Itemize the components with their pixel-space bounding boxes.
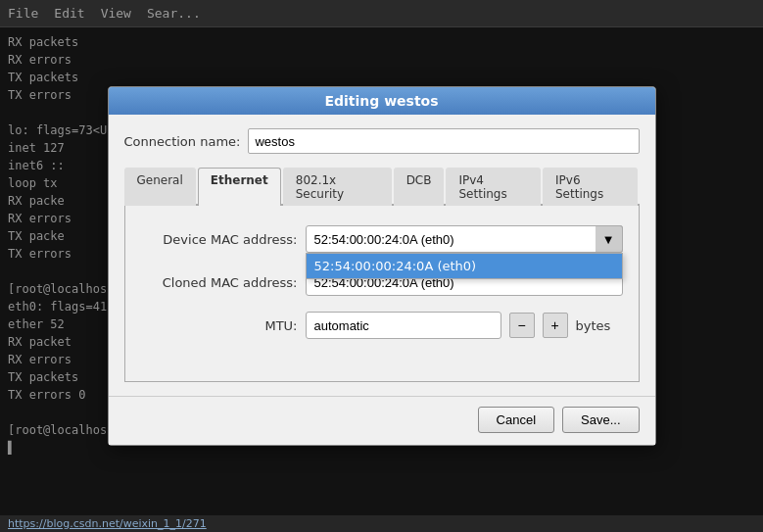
- mtu-row: MTU: − + bytes: [141, 312, 623, 339]
- dialog-title: Editing westos: [109, 87, 655, 115]
- tab-dcb[interactable]: DCB: [394, 168, 445, 206]
- tab-general[interactable]: General: [124, 168, 196, 206]
- device-mac-option[interactable]: 52:54:00:00:24:0A (eth0): [307, 254, 622, 278]
- dialog-overlay: Editing westos Connection name: General …: [0, 0, 763, 532]
- mtu-input[interactable]: [306, 312, 501, 339]
- mtu-controls: − + bytes: [306, 312, 611, 339]
- connection-name-input[interactable]: [248, 128, 639, 154]
- tab-content-ethernet: Device MAC address: 52:54:00:00:24:0A (e…: [124, 206, 640, 382]
- tab-ethernet[interactable]: Ethernet: [198, 168, 281, 206]
- connection-name-label: Connection name:: [124, 134, 241, 149]
- cloned-mac-label: Cloned MAC address:: [141, 275, 298, 290]
- device-mac-label: Device MAC address:: [141, 232, 298, 247]
- tab-ipv4[interactable]: IPv4 Settings: [446, 168, 541, 206]
- mtu-unit-label: bytes: [576, 318, 611, 333]
- tab-bar: General Ethernet 802.1x Security DCB IPv…: [124, 166, 640, 206]
- device-mac-row: Device MAC address: 52:54:00:00:24:0A (e…: [141, 225, 623, 253]
- mtu-label: MTU:: [141, 318, 298, 333]
- status-bar: https://blog.csdn.net/weixin_1_1/271: [0, 515, 763, 532]
- cancel-button[interactable]: Cancel: [478, 407, 554, 433]
- tab-ipv6[interactable]: IPv6 Settings: [543, 168, 638, 206]
- connection-name-row: Connection name:: [124, 128, 640, 154]
- device-mac-select[interactable]: 52:54:00:00:24:0A (eth0): [306, 225, 623, 253]
- tab-8021x[interactable]: 802.1x Security: [283, 168, 392, 206]
- mtu-decrement-button[interactable]: −: [509, 313, 535, 338]
- editing-dialog: Editing westos Connection name: General …: [108, 86, 656, 446]
- save-button[interactable]: Save...: [562, 407, 639, 433]
- dialog-body: Connection name: General Ethernet 802.1x…: [109, 115, 655, 396]
- dialog-footer: Cancel Save...: [109, 396, 655, 445]
- device-mac-select-wrapper: 52:54:00:00:24:0A (eth0) ▼ 52:54:00:00:2…: [306, 225, 623, 253]
- mtu-increment-button[interactable]: +: [543, 313, 568, 338]
- device-mac-dropdown[interactable]: 52:54:00:00:24:0A (eth0): [306, 253, 623, 279]
